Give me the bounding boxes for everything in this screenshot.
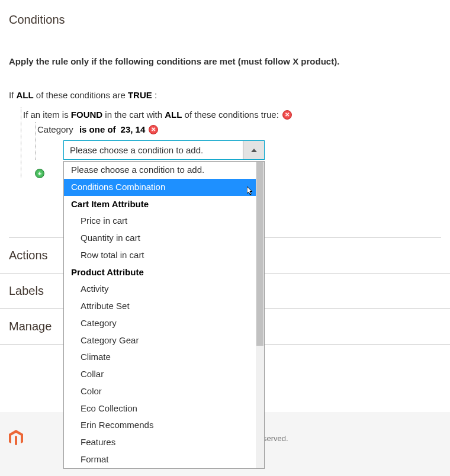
dropdown-item[interactable]: Activity	[64, 281, 264, 298]
value-link[interactable]: TRUE	[128, 90, 152, 100]
remove-icon[interactable]: ✕	[149, 125, 158, 134]
nested-level-2: Category is one of 23, 14 ✕ Please choos…	[35, 122, 441, 160]
magento-logo-icon	[9, 430, 23, 446]
section-title: Conditions	[0, 0, 450, 33]
condition-dropdown[interactable]: Please choose a condition to add. Condit…	[63, 161, 265, 469]
value-link[interactable]: 23, 14	[120, 124, 146, 134]
condition-found-line: If an item is FOUND in the cart with ALL…	[23, 107, 441, 122]
dropdown-item-placeholder[interactable]: Please choose a condition to add.	[64, 162, 264, 179]
dropdown-item[interactable]: Quantity in cart	[64, 230, 264, 247]
dropdown-item[interactable]: Color	[64, 383, 264, 400]
text: of these conditions are	[34, 90, 128, 100]
dropdown-item[interactable]: Category Gear	[64, 332, 264, 349]
dropdown-item[interactable]: Format	[64, 451, 264, 468]
dropdown-item[interactable]: Row total in cart	[64, 247, 264, 264]
nested-level-1: If an item is FOUND in the cart with ALL…	[21, 107, 441, 178]
chevron-up-icon[interactable]	[243, 141, 264, 159]
aggregator-link[interactable]: ALL	[17, 90, 34, 100]
attribute-link[interactable]: Category	[37, 124, 76, 134]
dropdown-item[interactable]: Gender	[64, 468, 264, 469]
add-icon[interactable]: +	[35, 169, 44, 178]
condition-select[interactable]: Please choose a condition to add.	[63, 140, 265, 160]
scrollthumb[interactable]	[256, 162, 263, 346]
conditions-body: Apply the rule only if the following con…	[0, 33, 450, 178]
text: If an item is FOUND in the cart with ALL…	[23, 110, 279, 120]
remove-icon[interactable]: ✕	[282, 110, 292, 120]
dropdown-item[interactable]: Climate	[64, 349, 264, 366]
scrollbar[interactable]	[256, 162, 264, 468]
dropdown-item[interactable]: Attribute Set	[64, 298, 264, 315]
dropdown-group-product-attribute: Product Attribute	[64, 264, 264, 281]
text: If	[9, 90, 17, 100]
dropdown-item[interactable]: Erin Recommends	[64, 417, 264, 434]
condition-select-wrap: Please choose a condition to add. Please…	[63, 140, 441, 160]
dropdown-item[interactable]: Eco Collection	[64, 400, 264, 417]
found-link[interactable]: FOUND	[71, 110, 102, 120]
text: :	[152, 90, 157, 100]
dropdown-item[interactable]: Features	[64, 434, 264, 451]
dropdown-item[interactable]: Category	[64, 315, 264, 332]
operator-link[interactable]: is one of	[79, 124, 116, 134]
aggregator-link[interactable]: ALL	[165, 110, 182, 120]
intro-text: Apply the rule only if the following con…	[9, 56, 441, 66]
dropdown-item[interactable]: Collar	[64, 366, 264, 383]
dropdown-item-conditions-combination[interactable]: Conditions Combination	[64, 179, 264, 196]
dropdown-item[interactable]: Price in cart	[64, 213, 264, 230]
condition-attribute-line: Category is one of 23, 14 ✕	[37, 122, 441, 137]
select-label: Please choose a condition to add.	[64, 141, 243, 159]
dropdown-group-cart-item: Cart Item Attribute	[64, 196, 264, 213]
condition-root-line: If ALL of these conditions are TRUE :	[9, 90, 441, 100]
